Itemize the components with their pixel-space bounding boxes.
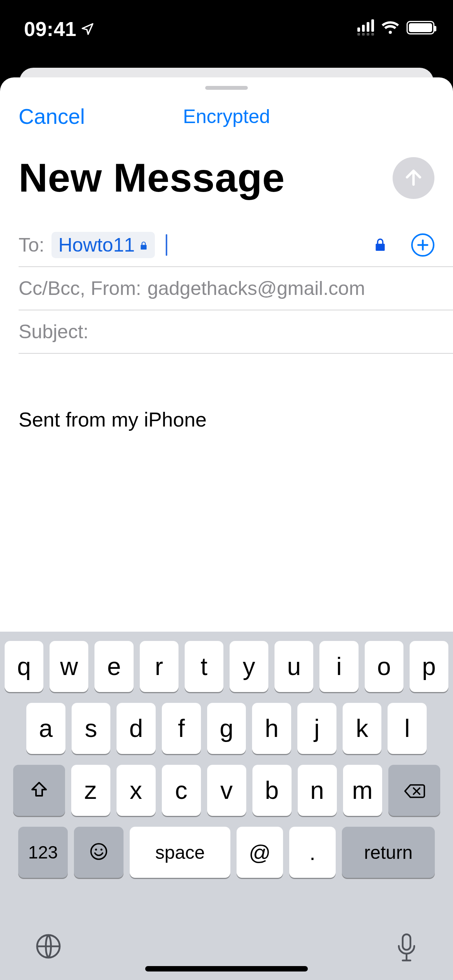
battery-icon xyxy=(407,21,434,34)
sheet-grabber[interactable] xyxy=(205,86,248,90)
keyboard-bottom-bar xyxy=(0,933,453,965)
svg-point-1 xyxy=(95,848,97,850)
cancel-button[interactable]: Cancel xyxy=(19,104,85,129)
key-at[interactable]: @ xyxy=(237,827,283,878)
to-field[interactable]: To: Howto11 xyxy=(19,224,453,267)
text-cursor xyxy=(166,234,167,256)
key-h[interactable]: h xyxy=(252,703,291,754)
dictation-icon[interactable] xyxy=(395,933,418,965)
subject-label: Subject: xyxy=(19,320,89,343)
cellular-icon xyxy=(357,19,374,36)
key-w[interactable]: w xyxy=(50,641,88,692)
keyboard: q w e r t y u i o p a s d f g h j k l xyxy=(0,632,453,980)
key-o[interactable]: o xyxy=(365,641,403,692)
from-address: gadgethacks@gmail.com xyxy=(148,277,365,300)
key-f[interactable]: f xyxy=(162,703,201,754)
key-e[interactable]: e xyxy=(94,641,133,692)
header-fields: To: Howto11 Cc/Bc xyxy=(19,224,453,354)
status-right xyxy=(357,19,434,36)
svg-point-2 xyxy=(100,848,102,850)
key-dot[interactable]: . xyxy=(289,827,336,878)
clock: 09:41 xyxy=(24,17,77,41)
message-body[interactable]: Sent from my iPhone xyxy=(19,356,434,434)
key-shift[interactable] xyxy=(13,765,65,816)
key-y[interactable]: y xyxy=(230,641,268,692)
recipient-pill[interactable]: Howto11 xyxy=(51,232,155,258)
subject-field[interactable]: Subject: xyxy=(19,310,453,354)
key-space[interactable]: space xyxy=(130,827,230,878)
key-i[interactable]: i xyxy=(319,641,358,692)
key-r[interactable]: r xyxy=(140,641,178,692)
emoji-icon xyxy=(89,838,108,867)
lock-icon xyxy=(139,234,149,256)
key-n[interactable]: n xyxy=(298,765,337,816)
key-z[interactable]: z xyxy=(71,765,110,816)
page-title: New Message xyxy=(19,155,285,201)
title-row: New Message xyxy=(19,155,434,201)
key-u[interactable]: u xyxy=(275,641,313,692)
keyboard-row-1: q w e r t y u i o p xyxy=(0,632,453,692)
compose-sheet: Cancel Encrypted New Message To: Howto11 xyxy=(0,77,453,980)
key-l[interactable]: l xyxy=(388,703,427,754)
status-time: 09:41 xyxy=(24,17,94,41)
key-g[interactable]: g xyxy=(207,703,246,754)
status-bar: 09:41 xyxy=(0,0,453,54)
device-screen: 09:41 Cancel Encrypted New Message xyxy=(0,0,453,980)
svg-rect-4 xyxy=(403,934,410,950)
key-123[interactable]: 123 xyxy=(18,827,68,878)
location-icon xyxy=(81,17,94,41)
cc-bcc-from-field[interactable]: Cc/Bcc, From: gadgethacks@gmail.com xyxy=(19,267,453,310)
arrow-up-icon xyxy=(404,166,423,190)
key-t[interactable]: t xyxy=(185,641,223,692)
key-m[interactable]: m xyxy=(343,765,382,816)
keyboard-row-3: z x c v b n m xyxy=(0,754,453,816)
keyboard-row-2: a s d f g h j k l xyxy=(0,692,453,754)
key-d[interactable]: d xyxy=(117,703,156,754)
backspace-icon xyxy=(403,776,425,805)
key-k[interactable]: k xyxy=(343,703,382,754)
svg-point-0 xyxy=(91,844,106,859)
nav-bar: Cancel Encrypted xyxy=(0,99,453,134)
key-delete[interactable] xyxy=(388,765,440,816)
key-x[interactable]: x xyxy=(117,765,156,816)
encryption-lock-icon[interactable] xyxy=(372,236,388,254)
keyboard-row-4: 123 space @ . return xyxy=(0,816,453,878)
key-s[interactable]: s xyxy=(72,703,111,754)
key-v[interactable]: v xyxy=(207,765,246,816)
key-emoji[interactable] xyxy=(74,827,124,878)
home-indicator[interactable] xyxy=(145,966,308,971)
to-label: To: xyxy=(19,234,45,256)
signature-text: Sent from my iPhone xyxy=(19,406,434,434)
key-q[interactable]: q xyxy=(5,641,43,692)
recipient-name: Howto11 xyxy=(58,234,135,256)
add-contact-button[interactable] xyxy=(411,233,434,257)
key-p[interactable]: p xyxy=(410,641,448,692)
cc-bcc-from-label: Cc/Bcc, From: xyxy=(19,277,141,300)
shift-icon xyxy=(30,776,48,805)
key-a[interactable]: a xyxy=(26,703,65,754)
key-b[interactable]: b xyxy=(252,765,292,816)
key-j[interactable]: j xyxy=(297,703,336,754)
globe-icon[interactable] xyxy=(35,933,62,965)
key-c[interactable]: c xyxy=(162,765,201,816)
send-button[interactable] xyxy=(393,157,434,199)
key-return[interactable]: return xyxy=(342,827,435,878)
wifi-icon xyxy=(381,21,400,34)
